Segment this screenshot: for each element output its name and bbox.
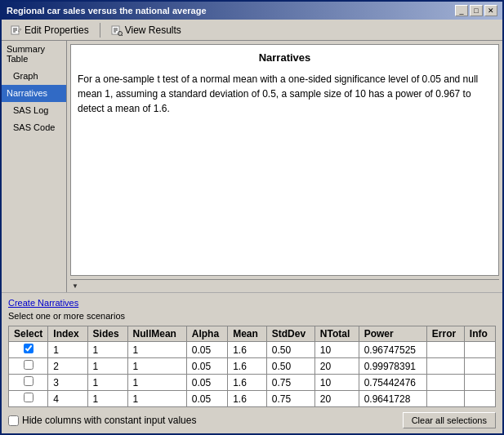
table-row: 3110.051.60.75100.75442476 [9,375,496,391]
table-cell: 0.75 [266,375,314,391]
window-title: Regional car sales versus the national a… [7,6,207,16]
col-header-sides: Sides [87,326,127,342]
col-header-alpha: Alpha [186,326,227,342]
minimize-button[interactable]: _ [455,5,468,16]
table-cell [426,391,464,407]
table-cell [464,375,495,391]
table-cell [464,358,495,375]
view-results-icon [111,24,123,36]
create-narratives-link[interactable]: Create Narratives [8,298,496,308]
table-cell: 0.75 [266,391,314,407]
col-header-index: Index [48,326,87,342]
table-cell: 10 [314,342,359,358]
hide-cols-label[interactable]: Hide columns with constant input values [8,415,196,426]
maximize-button[interactable]: □ [470,5,483,16]
table-row: 4110.051.60.75200.9641728 [9,391,496,407]
col-header-error: Error [426,326,464,342]
select-cell[interactable] [9,342,48,358]
view-results-label: View Results [125,24,181,36]
select-cell[interactable] [9,391,48,407]
table-cell [426,358,464,375]
title-bar: Regional car sales versus the national a… [2,2,502,20]
table-cell: 0.50 [266,358,314,375]
table-cell: 1 [127,375,186,391]
edit-properties-icon [11,24,22,36]
row-checkbox-1[interactable] [24,344,33,353]
col-header-info: Info [464,326,495,342]
hide-cols-text: Hide columns with constant input values [22,415,196,426]
bottom-footer: Hide columns with constant input values … [8,412,496,428]
col-header-mean: Mean [228,326,267,342]
content-area: Narratives For a one-sample t test of a … [67,41,502,292]
col-header-ntotal: NTotal [314,326,359,342]
table-cell: 1.6 [228,358,267,375]
table-cell: 0.99978391 [359,358,426,375]
table-cell [464,391,495,407]
table-cell: 0.05 [186,358,227,375]
table-cell: 0.05 [186,375,227,391]
scroll-arrow-icon: ▼ [72,282,78,290]
table-cell [464,342,495,358]
sidebar-item-graph[interactable]: Graph [2,68,66,85]
hide-cols-checkbox[interactable] [8,415,19,426]
select-cell[interactable] [9,358,48,375]
narratives-panel: Narratives For a one-sample t test of a … [70,44,499,276]
sidebar-item-narratives[interactable]: Narratives [2,85,66,102]
table-cell: 3 [48,375,87,391]
sidebar-item-sas-code[interactable]: SAS Code [2,119,66,136]
table-cell: 1 [127,342,186,358]
col-header-nullmean: NullMean [127,326,186,342]
narratives-title: Narratives [78,51,492,64]
row-checkbox-3[interactable] [24,376,33,386]
table-cell [426,375,464,391]
table-cell: 20 [314,391,359,407]
svg-line-9 [121,34,123,36]
table-cell: 1.6 [228,391,267,407]
row-checkbox-4[interactable] [24,393,33,402]
table-cell: 0.05 [186,342,227,358]
table-cell: 1 [87,342,127,358]
select-cell[interactable] [9,375,48,391]
table-cell: 1 [87,358,127,375]
table-cell: 1 [87,375,127,391]
table-cell: 20 [314,358,359,375]
table-cell: 2 [48,358,87,375]
toolbar: Edit Properties View Results [2,20,502,41]
table-cell: 10 [314,375,359,391]
scroll-indicator[interactable]: ▼ [70,279,499,292]
table-cell: 1.6 [228,375,267,391]
row-checkbox-2[interactable] [24,360,33,370]
col-header-stddev: StdDev [266,326,314,342]
sidebar: Summary Table Graph Narratives SAS Log S… [2,41,67,292]
toolbar-separator [100,23,100,38]
edit-properties-label: Edit Properties [25,24,89,36]
col-header-power: Power [359,326,426,342]
table-cell [426,342,464,358]
sidebar-item-summary-table[interactable]: Summary Table [2,41,66,68]
table-cell: 0.05 [186,391,227,407]
sidebar-item-sas-log[interactable]: SAS Log [2,102,66,119]
scenarios-table: Select Index Sides NullMean Alpha Mean S… [8,326,496,407]
table-cell: 0.96747525 [359,342,426,358]
main-window: Regional car sales versus the national a… [0,0,504,435]
table-cell: 1 [127,391,186,407]
table-cell: 0.75442476 [359,375,426,391]
close-button[interactable]: ✕ [484,5,497,16]
select-scenarios-text: Select one or more scenarios [8,311,496,321]
table-cell: 1 [48,342,87,358]
table-cell: 1 [127,358,186,375]
view-results-button[interactable]: View Results [105,21,187,39]
table-row: 2110.051.60.50200.99978391 [9,358,496,375]
clear-selections-button[interactable]: Clear all selections [403,412,496,428]
table-cell: 1.6 [228,342,267,358]
table-row: 1110.051.60.50100.96747525 [9,342,496,358]
col-header-select: Select [9,326,48,342]
table-cell: 1 [87,391,127,407]
table-cell: 0.50 [266,342,314,358]
table-cell: 4 [48,391,87,407]
narratives-text: For a one-sample t test of a normal mean… [78,72,492,116]
edit-properties-button[interactable]: Edit Properties [5,21,95,39]
main-content: Summary Table Graph Narratives SAS Log S… [2,41,502,292]
table-cell: 0.9641728 [359,391,426,407]
bottom-panel: Create Narratives Select one or more sce… [2,292,502,433]
